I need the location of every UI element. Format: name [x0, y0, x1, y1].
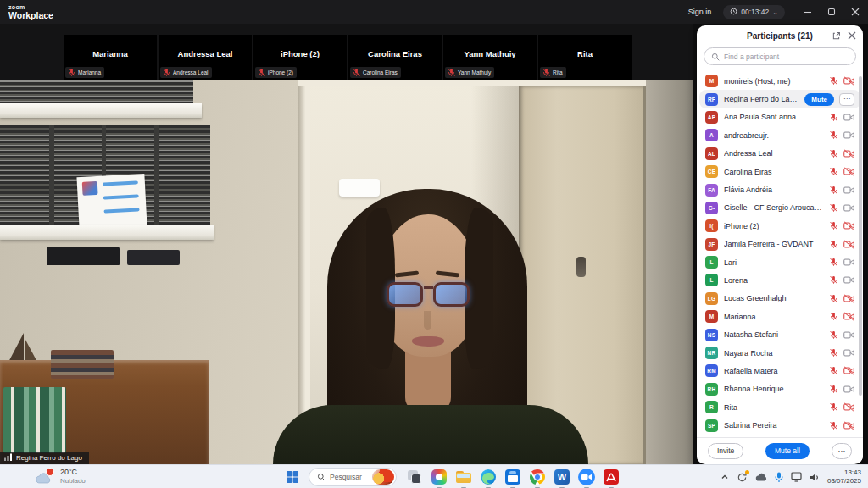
video-tile[interactable]: Andressa Leal Andressa Leal [159, 35, 252, 80]
participant-row[interactable]: M monireis (Host, me) [697, 72, 863, 90]
participant-avatar: A [705, 129, 718, 141]
participant-avatar: RF [705, 93, 718, 106]
microphone-icon[interactable] [775, 472, 783, 483]
cloud-app-icon[interactable] [755, 473, 767, 481]
video-tile[interactable]: iPhone (2) iPhone (2) [253, 35, 347, 80]
display-cast-icon[interactable] [791, 472, 802, 482]
participant-row[interactable]: CE Carolina Eiras [697, 163, 863, 180]
participant-avatar: M [705, 75, 718, 87]
minimize-button[interactable] [804, 8, 812, 16]
camera-off-icon [843, 402, 854, 412]
desk-phone [47, 247, 120, 265]
speaker-icon[interactable] [810, 473, 820, 482]
participant-row[interactable]: JF Jamila Ferreira - GVDANT [697, 236, 863, 253]
shelf-board-lower [0, 225, 214, 240]
meeting-content: Marianna MariannaAndressa Leal Andressa … [0, 24, 868, 464]
tile-participant-name: Yann Mathuiy [443, 49, 537, 58]
participant-row[interactable]: G- Giselle - CF Sergio Arouca - AP 5.3 [697, 199, 863, 217]
tile-participant-name: Andressa Leal [159, 49, 252, 58]
taskbar-task-view-icon[interactable] [405, 468, 424, 486]
scrollbar-thumb[interactable] [859, 76, 862, 396]
taskbar-photos-icon[interactable] [430, 468, 448, 486]
meeting-timer[interactable]: 00:13:42 ⌄ [723, 5, 785, 19]
taskbar-search-box[interactable] [309, 468, 397, 486]
participant-name: Marianna [724, 313, 823, 321]
taskbar-file-explorer-icon[interactable] [454, 468, 473, 486]
weather-widget[interactable]: 20°C Nublado [36, 467, 86, 485]
participant-avatar: RM [705, 364, 718, 377]
mic-muted-icon [352, 68, 361, 77]
participant-row[interactable]: NR Nayara Rocha [697, 344, 863, 362]
taskbar-zoom-icon[interactable] [577, 468, 596, 486]
participant-avatar: NS [705, 329, 718, 341]
participant-more-button[interactable]: ⋯ [839, 93, 854, 106]
camera-off-icon [843, 312, 854, 321]
mute-all-button[interactable]: Mute all [765, 443, 810, 459]
participant-row[interactable]: RH Rhanna Henrique [697, 380, 863, 398]
participant-row[interactable]: NS Natasha Stefani [697, 325, 863, 343]
video-tile[interactable]: Marianna Marianna [64, 35, 157, 80]
participant-name: andreabreujr. [724, 131, 823, 140]
sign-in-link[interactable]: Sign in [688, 8, 712, 16]
taskbar-chrome-icon[interactable] [528, 468, 547, 486]
participant-row[interactable]: I( iPhone (2) [697, 217, 863, 235]
participant-row[interactable]: A andreabreujr. [697, 126, 863, 144]
participant-row[interactable]: R Rita [697, 398, 863, 416]
participant-row[interactable]: AL Andressa Leal [697, 145, 863, 163]
video-area: Marianna MariannaAndressa Leal Andressa … [0, 24, 693, 464]
camera-off-icon [843, 221, 854, 230]
participant-row[interactable]: M Marianna [697, 308, 863, 325]
participant-row[interactable]: L Lari [697, 253, 863, 271]
camera-icon [843, 203, 854, 213]
shelf-board-upper [0, 103, 202, 118]
participant-name: monireis (Host, me) [724, 77, 823, 86]
close-panel-icon[interactable] [848, 31, 856, 40]
participant-row[interactable]: RF Regina Ferro do Lago (Co-host) Mute ⋯ [699, 90, 860, 108]
mic-muted-icon [829, 385, 838, 394]
mic-muted-icon [829, 366, 838, 375]
participant-name: Lucas Greenhalgh [724, 294, 823, 302]
clock-icon [730, 8, 737, 17]
footer-more-button[interactable]: ⋯ [832, 443, 853, 459]
tile-name-chip: iPhone (2) [255, 67, 297, 78]
panel-scrollbar[interactable] [859, 75, 862, 437]
participant-row[interactable]: SP Sabrina Pereira [697, 416, 863, 434]
taskbar-search-input[interactable] [330, 473, 368, 481]
shelf-card [76, 174, 147, 230]
participant-row[interactable]: AP Ana Paula Sant anna [697, 108, 863, 126]
invite-button[interactable]: Invite [708, 443, 743, 459]
participant-row[interactable]: LG Lucas Greenhalgh [697, 290, 863, 308]
participant-name: Ana Paula Sant anna [724, 113, 823, 121]
participant-row[interactable]: FA Flávia Andréia [697, 180, 863, 198]
taskbar-store-icon[interactable] [504, 468, 522, 486]
taskbar-word-icon[interactable]: W [553, 468, 571, 486]
participant-row[interactable]: RM Rafaella Matera [697, 362, 863, 380]
close-window-button[interactable] [851, 8, 860, 16]
person-shoulders [273, 405, 588, 464]
maximize-button[interactable] [827, 8, 836, 16]
camera-off-icon [843, 149, 854, 158]
camera-icon [843, 330, 854, 340]
video-tile[interactable]: Rita Rita [538, 35, 632, 80]
speaker-name-label: Regina Ferro do Lago [0, 452, 89, 464]
onedrive-sync-icon[interactable] [737, 472, 748, 483]
participant-search-box[interactable] [704, 47, 856, 65]
person-glasses [387, 282, 470, 309]
tile-chip-name: Rita [553, 69, 563, 75]
video-tile[interactable]: Carolina Eiras Carolina Eiras [348, 35, 442, 80]
mute-participant-button[interactable]: Mute [804, 93, 834, 106]
pop-out-icon[interactable] [832, 31, 841, 41]
participant-avatar: L [705, 274, 718, 286]
participant-row[interactable]: L Lorena [697, 271, 863, 289]
chevron-up-icon[interactable] [721, 473, 729, 481]
taskbar-clock[interactable]: 13:43 03/07/2025 [827, 469, 861, 486]
taskbar-edge-icon[interactable] [479, 468, 498, 486]
participant-search-input[interactable] [724, 53, 849, 61]
active-speaker-video[interactable]: Regina Ferro do Lago [0, 80, 693, 464]
taskbar-acrobat-icon[interactable] [602, 468, 620, 486]
participant-name: Giselle - CF Sergio Arouca - AP 5.3 [724, 203, 823, 212]
mic-muted-icon [829, 348, 838, 358]
participant-name: iPhone (2) [724, 222, 823, 230]
start-button[interactable] [287, 471, 298, 486]
video-tile[interactable]: Yann Mathuiy Yann Mathuiy [443, 35, 537, 80]
